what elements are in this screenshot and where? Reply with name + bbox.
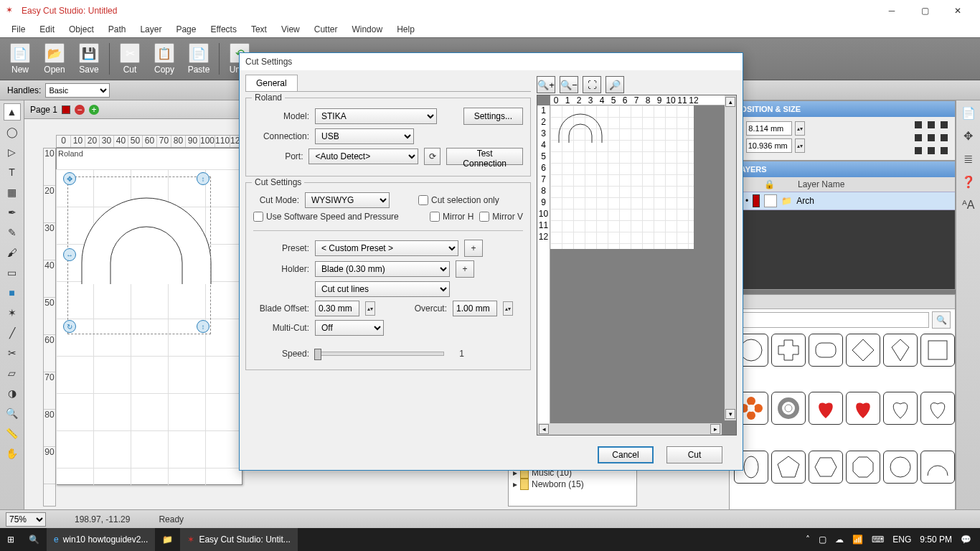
handle-rotate[interactable]: ↻ bbox=[63, 320, 76, 333]
overcut-spinner[interactable]: ▴▾ bbox=[503, 301, 513, 316]
add-page-button[interactable]: + bbox=[89, 105, 99, 115]
settings-button[interactable]: Settings... bbox=[463, 108, 523, 125]
offset-input[interactable] bbox=[315, 301, 359, 316]
help-panel-icon[interactable]: ❓ bbox=[959, 172, 978, 191]
taskbar-explorer[interactable]: 📁 bbox=[155, 528, 180, 551]
tray-battery-icon[interactable]: ▢ bbox=[819, 534, 826, 545]
paste-button[interactable]: 📄Paste bbox=[184, 43, 213, 75]
move-panel-icon[interactable]: ✥ bbox=[959, 126, 978, 145]
menu-help[interactable]: Help bbox=[390, 23, 422, 36]
menu-layer[interactable]: Layer bbox=[133, 23, 169, 36]
layers-panel-icon[interactable]: ≣ bbox=[959, 149, 978, 168]
tray-notifications-icon[interactable]: 💬 bbox=[961, 534, 971, 545]
remove-page-button[interactable]: − bbox=[75, 105, 85, 115]
cutmode-select[interactable]: WYSIWYG bbox=[305, 192, 390, 208]
node-tool[interactable]: ▷ bbox=[4, 143, 21, 161]
layer-row[interactable]: 👁 • 📁 Arch bbox=[730, 192, 955, 210]
mirror-h-checkbox[interactable]: Mirror H bbox=[430, 212, 473, 222]
tray-wifi-icon[interactable]: 📶 bbox=[852, 534, 863, 545]
shape-arc[interactable] bbox=[920, 451, 955, 484]
start-button[interactable]: ⊞ bbox=[0, 528, 22, 551]
cancel-button[interactable]: Cancel bbox=[598, 446, 654, 463]
shape-tool[interactable]: ■ bbox=[4, 284, 21, 301]
knife-tool[interactable]: ✂ bbox=[4, 344, 21, 362]
tray-lang[interactable]: ENG bbox=[892, 534, 911, 545]
bool-tool[interactable]: ◑ bbox=[4, 385, 21, 402]
menu-window[interactable]: Window bbox=[344, 23, 390, 36]
model-select[interactable]: STIKA bbox=[315, 108, 437, 124]
path-tool[interactable]: ▱ bbox=[4, 364, 21, 382]
cut-confirm-button[interactable]: Cut bbox=[666, 446, 722, 463]
eraser-tool[interactable]: ▭ bbox=[4, 264, 21, 281]
maximize-button[interactable]: ▢ bbox=[908, 0, 941, 22]
zoom-out-button[interactable]: 🔍− bbox=[560, 76, 578, 93]
x-spinner[interactable]: ▴▾ bbox=[795, 121, 805, 136]
shape-heart[interactable] bbox=[809, 392, 843, 425]
menu-view[interactable]: View bbox=[274, 23, 307, 36]
preview-scroll-v[interactable]: ▴▾ bbox=[725, 95, 736, 420]
y-input[interactable] bbox=[746, 138, 792, 153]
multicut-select[interactable]: Off bbox=[315, 320, 384, 336]
preset-select[interactable]: < Custom Preset > bbox=[315, 240, 458, 256]
pencil-tool[interactable]: ✎ bbox=[4, 224, 21, 241]
menu-cutter[interactable]: Cutter bbox=[307, 23, 345, 36]
minimize-button[interactable]: ─ bbox=[875, 0, 908, 22]
page-tab[interactable]: Page 1 bbox=[30, 105, 57, 115]
shape-square[interactable] bbox=[920, 334, 955, 367]
search-button[interactable]: 🔍 bbox=[22, 528, 47, 551]
port-select[interactable]: <Auto Detect> bbox=[308, 149, 418, 164]
handle-top[interactable]: ↕ bbox=[197, 172, 209, 185]
slice-tool[interactable]: ╱ bbox=[4, 324, 21, 342]
brush-tool[interactable]: 🖌 bbox=[4, 244, 21, 261]
shape-octagon[interactable] bbox=[846, 451, 880, 484]
text-tool[interactable]: T bbox=[4, 164, 21, 181]
lasso-tool[interactable]: ◯ bbox=[4, 123, 21, 141]
cut-preview[interactable]: 0123456789101112 123456789101112 ▴▾ ◂▸ bbox=[537, 95, 737, 435]
open-button[interactable]: 📂Open bbox=[40, 43, 69, 75]
menu-text[interactable]: Text bbox=[244, 23, 274, 36]
menu-page[interactable]: Page bbox=[169, 23, 203, 36]
add-holder-button[interactable]: + bbox=[456, 260, 474, 278]
shape-rhombus[interactable] bbox=[846, 334, 880, 367]
holder-select[interactable]: Blade (0.30 mm) bbox=[315, 261, 450, 277]
save-button[interactable]: 💾Save bbox=[75, 43, 103, 75]
copy-button[interactable]: 📋Copy bbox=[150, 43, 179, 75]
layer-color-swatch[interactable] bbox=[753, 194, 760, 207]
y-spinner[interactable]: ▴▾ bbox=[795, 138, 805, 153]
page-color-swatch[interactable] bbox=[62, 105, 70, 114]
handle-left[interactable]: ↔ bbox=[63, 248, 76, 261]
zoom-select[interactable]: 75% bbox=[6, 512, 46, 527]
shape-roundrect[interactable] bbox=[809, 334, 843, 367]
library-tree[interactable]: ▸Music (10) ▸Newborn (15) bbox=[508, 465, 637, 507]
pen-tool[interactable]: ✒ bbox=[4, 204, 21, 221]
taskbar-app[interactable]: ✶Easy Cut Studio: Untit... bbox=[180, 528, 297, 551]
shape-gear[interactable] bbox=[771, 392, 806, 425]
tab-general[interactable]: General bbox=[245, 75, 298, 91]
handle-bottom[interactable]: ↕ bbox=[197, 320, 209, 333]
zoom-actual-button[interactable]: 🔎 bbox=[606, 76, 624, 93]
taskbar-edge[interactable]: ewin10 howtoguidev2... bbox=[47, 528, 155, 551]
preview-scroll-h[interactable]: ◂▸ bbox=[537, 423, 722, 435]
zoom-tool[interactable]: 🔍 bbox=[4, 405, 21, 422]
refresh-port-button[interactable]: ⟳ bbox=[424, 148, 440, 165]
zoom-fit-button[interactable]: ⛶ bbox=[583, 76, 601, 93]
menu-effects[interactable]: Effects bbox=[203, 23, 243, 36]
font-panel-icon[interactable]: ᴬA bbox=[959, 195, 978, 214]
new-button[interactable]: 📄New bbox=[6, 43, 34, 75]
ruler-tool[interactable]: 📏 bbox=[4, 425, 21, 442]
offset-spinner[interactable]: ▴▾ bbox=[365, 301, 375, 316]
cut-selection-only-checkbox[interactable]: Cut selection only bbox=[418, 195, 499, 205]
tray-up-icon[interactable]: ˄ bbox=[806, 534, 810, 545]
speed-slider[interactable] bbox=[315, 352, 444, 356]
zoom-in-button[interactable]: 🔍+ bbox=[537, 76, 555, 93]
connection-select[interactable]: USB bbox=[315, 128, 414, 144]
close-button[interactable]: ✕ bbox=[941, 0, 974, 22]
shape-round[interactable] bbox=[883, 451, 918, 484]
page-panel-icon[interactable]: 📄 bbox=[959, 103, 978, 122]
shape-hexagon[interactable] bbox=[809, 451, 843, 484]
software-speed-checkbox[interactable]: Use Software Speed and Pressure bbox=[253, 212, 399, 222]
cut-button[interactable]: ✂Cut bbox=[116, 43, 144, 75]
shape-pentagon[interactable] bbox=[771, 451, 806, 484]
menu-object[interactable]: Object bbox=[62, 23, 101, 36]
shapes-search-input[interactable] bbox=[734, 312, 929, 328]
